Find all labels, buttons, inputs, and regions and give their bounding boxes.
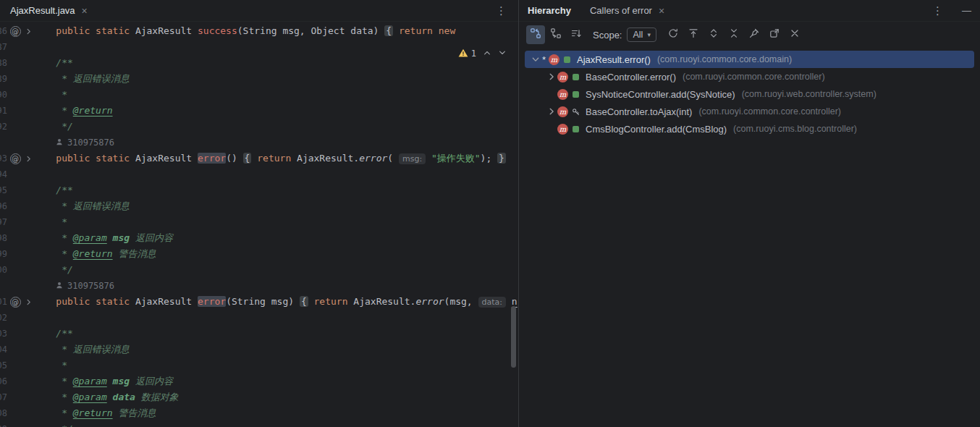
line-number[interactable]: 106 [0,373,7,389]
chevron-right-icon[interactable] [545,72,557,82]
line-number[interactable]: 107 [0,389,7,405]
expand-all-button[interactable] [704,25,723,44]
fold-slot [23,326,33,342]
code-text[interactable]: * @param msg 返回内容 [33,373,173,389]
close-tab-icon[interactable]: × [82,6,88,16]
line-number[interactable]: 103 [0,326,7,342]
line-number[interactable]: 98 [0,230,7,246]
code-text[interactable]: * [33,214,67,230]
line-number[interactable]: 86 [0,23,7,39]
code-text[interactable]: * @param data 数据对象 [33,389,179,405]
line-number[interactable]: 92 [0,119,7,135]
callee-hierarchy-button[interactable] [546,25,565,44]
fold-icon[interactable] [23,151,33,166]
chevron-right-icon[interactable] [545,106,557,117]
code-text[interactable]: /** [33,55,73,71]
editor-options-kebab-icon[interactable]: ⋮ [493,5,510,16]
code-text[interactable]: * 返回错误消息 [33,71,130,87]
code-text[interactable]: * [33,87,67,103]
line-number[interactable]: 96 [0,198,7,214]
chevron-down-icon[interactable] [529,54,541,64]
next-problem-icon[interactable] [498,48,507,59]
hierarchy-tree-row[interactable]: mBaseController.toAjax(int)(com.ruoyi.co… [525,103,974,120]
editor-tab-ajaxresult[interactable]: AjaxResult.java × [0,0,93,22]
line-number[interactable]: 89 [0,71,7,87]
code-vision-author[interactable]: 310975876 [33,135,114,151]
tree-node-package: (com.ruoyi.web.controller.system) [742,89,876,99]
scope-dropdown[interactable]: All ▾ [627,28,656,42]
code-text[interactable]: * @return 警告消息 [33,246,156,262]
line-number[interactable]: 87 [0,39,7,55]
code-text[interactable]: /** [33,182,73,198]
at-annotation-gutter-icon[interactable]: @ [10,297,21,308]
line-number[interactable]: 88 [0,55,7,71]
line-number[interactable]: 94 [0,166,7,182]
code-text[interactable]: /** [33,326,73,342]
hide-tool-window-icon[interactable]: — [962,5,971,16]
code-line: 86@ public static AjaxResult success(Str… [0,23,518,39]
line-number[interactable]: 109 [0,421,7,427]
code-vision-author[interactable]: 310975876 [33,278,114,294]
code-text[interactable]: * 返回错误消息 [33,342,130,358]
code-text[interactable]: * [33,358,67,373]
pin-button[interactable] [745,25,764,44]
code-text[interactable]: */ [33,421,73,427]
tab-callers-of-error[interactable]: Callers of error × [590,5,664,16]
fold-icon[interactable] [23,294,33,310]
line-number[interactable]: 99 [0,246,7,262]
code-text[interactable]: 310975876 [33,278,114,294]
hierarchy-tree-row[interactable]: mCmsBlogController.add(CmsBlog)(com.ruoy… [525,120,974,138]
close-button[interactable] [785,25,804,44]
line-number[interactable]: 105 [0,358,7,373]
line-number[interactable]: 100 [0,262,7,278]
previous-problem-icon[interactable] [483,48,491,59]
open-in-new-window-button[interactable] [765,25,784,44]
more-options-kebab-icon[interactable]: ⋮ [929,5,946,16]
collapse-all-button[interactable] [725,25,743,44]
close-tab-icon[interactable]: × [659,6,664,16]
fold-icon[interactable] [23,23,33,39]
code-text[interactable]: * 返回错误消息 [33,198,130,214]
code-text[interactable]: * @return [33,103,113,119]
at-annotation-gutter-icon[interactable]: @ [10,26,21,37]
line-number[interactable]: 97 [0,214,7,230]
sort-alphabetically-button[interactable] [567,25,586,44]
at-annotation-gutter-icon[interactable]: @ [10,153,21,164]
tree-node-name: BaseController.toAjax(int) [586,106,692,117]
gutter-icon-slot [7,71,23,87]
code-text[interactable]: public static AjaxResult error() { retur… [33,151,506,166]
warnings-counter[interactable]: 1 [458,48,476,59]
code-text[interactable]: * @param msg 返回内容 [33,230,173,246]
code-text[interactable]: * @return 警告消息 [33,405,156,421]
caller-hierarchy-button[interactable] [526,25,545,44]
line-number[interactable]: 93 [0,151,7,166]
hierarchy-tree: *mAjaxResult.error()(com.ruoyi.common.co… [519,48,980,427]
code-text[interactable]: */ [33,262,73,278]
line-number[interactable]: 95 [0,182,7,198]
gutter-icon-slot [7,166,23,182]
hierarchy-tree-row[interactable]: mBaseController.error()(com.ruoyi.common… [525,68,974,85]
code-text[interactable]: public static AjaxResult error(String ms… [33,294,518,310]
gutter-icon-slot [7,310,23,326]
fold-slot [23,103,33,119]
line-number[interactable]: 102 [0,310,7,326]
editor-scrollbar-thumb[interactable] [511,306,516,368]
line-number[interactable]: 108 [0,405,7,421]
chevron-rotated [531,54,541,64]
line-number[interactable]: 91 [0,103,7,119]
code-text[interactable]: public static AjaxResult success(String … [33,23,455,39]
code-line: 310975876 [0,135,518,151]
inspections-widget[interactable]: 1 [458,46,507,62]
code-text[interactable]: */ [33,119,73,135]
hierarchy-toolbar: Scope: All ▾ [519,22,980,48]
hierarchy-tree-row[interactable]: mSysNoticeController.add(SysNotice)(com.… [525,85,974,103]
line-number[interactable]: 90 [0,87,7,103]
refresh-button[interactable] [664,25,683,44]
line-number[interactable]: 101 [0,294,7,310]
line-number[interactable] [0,135,7,151]
base-on-this-method-button[interactable] [684,25,703,44]
line-number[interactable]: 104 [0,342,7,358]
hierarchy-tree-row[interactable]: *mAjaxResult.error()(com.ruoyi.common.co… [525,51,974,68]
line-number[interactable] [0,278,7,294]
code-text[interactable]: 310975876 [33,135,114,151]
